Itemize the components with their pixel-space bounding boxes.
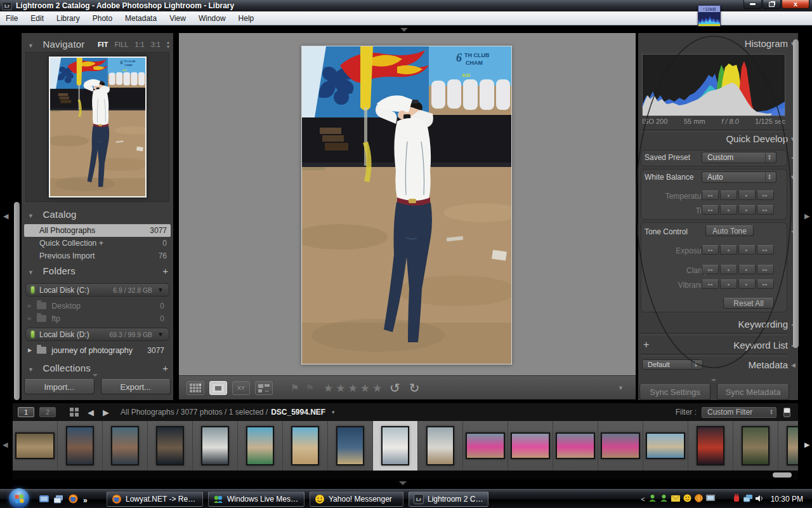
increase-large-button[interactable]: ▸▸	[757, 205, 774, 215]
keywording-title[interactable]: Keywording	[738, 319, 788, 330]
breadcrumb-menu-icon[interactable]: ▼	[331, 410, 336, 415]
rotate-right-icon[interactable]: ↻	[409, 380, 420, 396]
tray-volume-icon[interactable]	[756, 493, 764, 505]
tray-mail-icon[interactable]	[671, 493, 680, 505]
menu-help[interactable]: Help	[232, 11, 261, 25]
taskbar-task-lightroom[interactable]: Lr Lightroom 2 Catalo...	[409, 491, 488, 507]
decrease-large-button[interactable]: ◂◂	[702, 279, 719, 289]
flag-reject-icon[interactable]: ⚑	[305, 382, 313, 394]
increase-button[interactable]: ▸	[738, 205, 756, 215]
add-collection-button[interactable]: +	[162, 363, 168, 373]
navigator-header[interactable]: ▼ Navigator	[28, 39, 84, 50]
collapse-down-icon[interactable]: ▼	[157, 286, 164, 293]
tray-display-icon[interactable]	[706, 493, 715, 505]
zoom-stepper-icon[interactable]: ▴▾	[167, 40, 169, 49]
expand-right-icon[interactable]: ▶	[28, 303, 32, 309]
filmstrip-thumbnail[interactable]	[238, 421, 283, 471]
tray-network-icon[interactable]	[743, 493, 752, 505]
tray-buddy-icon[interactable]	[648, 493, 657, 505]
filmstrip-thumbnail[interactable]	[13, 421, 58, 471]
filmstrip-thumbnail[interactable]	[283, 421, 328, 471]
quick-develop-title[interactable]: Quick Develop	[726, 133, 788, 144]
catalog-item-all-photographs[interactable]: All Photographs 3077	[24, 224, 171, 237]
selected-filename[interactable]: DSC_5994.NEF	[271, 408, 325, 417]
more-toolbars-chevron[interactable]: »	[83, 496, 88, 505]
expand-right-icon[interactable]: ▶	[28, 347, 32, 353]
filmstrip-thumbnail[interactable]	[643, 421, 688, 471]
filmstrip-scroll-track[interactable]	[13, 471, 798, 479]
tray-buddy-icon[interactable]	[660, 493, 668, 505]
second-window-button[interactable]: 2	[39, 407, 56, 417]
white-balance-combo[interactable]: Auto ▲▼	[702, 171, 776, 183]
tray-globe-icon[interactable]	[695, 493, 703, 505]
collections-header[interactable]: ▼ Collections	[28, 363, 91, 373]
filmstrip-thumbnail[interactable]	[328, 421, 373, 471]
menu-file[interactable]: File	[0, 11, 24, 25]
keyword-list-title[interactable]: Keyword List	[733, 340, 788, 351]
decrease-large-button[interactable]: ◂◂	[702, 245, 719, 255]
net-meter-gadget[interactable]: ↑10kB	[698, 5, 721, 27]
filmstrip-thumbnail[interactable]	[553, 421, 598, 471]
zoom-fit[interactable]: FIT	[98, 41, 108, 48]
reset-all-button[interactable]: Reset All	[723, 298, 774, 309]
flag-pick-icon[interactable]: ⚑	[291, 382, 299, 394]
increase-button[interactable]: ▸	[738, 245, 756, 255]
taskbar-task-lowyat[interactable]: Lowyat.NET -> Repl...	[107, 491, 203, 507]
stepper-icon[interactable]: ▲▼	[765, 153, 773, 162]
start-button[interactable]	[9, 488, 29, 508]
folder-row-ftp[interactable]: ▶ ftp 0	[25, 312, 169, 324]
zoom-3-1[interactable]: 3:1	[151, 41, 160, 48]
menu-edit[interactable]: Edit	[24, 11, 50, 25]
filmstrip-thumbnail[interactable]	[373, 421, 418, 471]
saved-preset-combo[interactable]: Custom ▲▼	[702, 152, 776, 163]
filmstrip-scrollbar[interactable]	[773, 472, 792, 478]
catalog-header[interactable]: ▼ Catalog	[28, 209, 77, 220]
main-photo[interactable]	[301, 46, 512, 364]
grid-view-icon[interactable]	[187, 381, 204, 395]
decrease-button[interactable]: ◂	[720, 279, 737, 289]
loupe-view-icon[interactable]	[209, 381, 227, 395]
compare-view-icon[interactable]: XY	[232, 381, 250, 395]
collapse-left-icon[interactable]: ◀	[791, 362, 796, 368]
stepper-icon[interactable]: ▲▼	[769, 409, 773, 415]
filmstrip-thumbnail[interactable]	[463, 421, 508, 471]
add-folder-button[interactable]: +	[162, 265, 168, 276]
menu-view[interactable]: View	[163, 11, 192, 25]
menu-metadata[interactable]: Metadata	[119, 11, 163, 25]
bottom-panel-handle[interactable]	[399, 481, 407, 485]
tray-collapse-chevron[interactable]: <	[641, 495, 645, 503]
filmstrip-thumbnail[interactable]	[733, 421, 778, 471]
volume-local-disk-c[interactable]: Local Disk (C:) 6.9 / 32.8 GB ▼	[25, 283, 169, 297]
filmstrip-thumbnail[interactable]	[508, 421, 553, 471]
left-panel-scrollbar[interactable]	[14, 202, 20, 400]
metadata-preset-combo[interactable]: Default ▲▼	[642, 359, 703, 370]
close-button[interactable]: x	[782, 0, 809, 9]
increase-button[interactable]: ▸	[738, 279, 756, 289]
filmstrip-thumbnail[interactable]	[418, 421, 463, 471]
go-forward-icon[interactable]: ▶	[103, 408, 109, 417]
menu-photo[interactable]: Photo	[86, 11, 119, 25]
increase-large-button[interactable]: ▸▸	[757, 265, 774, 274]
decrease-button[interactable]: ◂	[720, 190, 737, 200]
switch-windows-icon[interactable]	[54, 495, 63, 506]
loupe-view[interactable]	[179, 33, 636, 375]
rotate-left-icon[interactable]: ↺	[390, 380, 400, 396]
sync-settings-button[interactable]: Sync Settings	[639, 384, 710, 400]
decrease-button[interactable]: ◂	[720, 205, 737, 215]
histogram-chart[interactable]	[642, 54, 785, 116]
decrease-large-button[interactable]: ◂◂	[702, 265, 719, 274]
taskbar-clock[interactable]: 10:30 PM	[771, 495, 803, 504]
star-rating[interactable]: ★★★★★	[324, 382, 384, 395]
auto-tone-button[interactable]: Auto Tone	[705, 225, 754, 236]
filmstrip-left-arrow[interactable]: ◀	[3, 441, 8, 449]
increase-large-button[interactable]: ▸▸	[757, 190, 774, 200]
toolbar-options-icon[interactable]: ▼	[618, 385, 624, 391]
decrease-button[interactable]: ◂	[720, 245, 737, 255]
taskbar-task-windows-live[interactable]: Windows Live Mess...	[208, 491, 304, 507]
panel-end-mark[interactable]	[711, 379, 716, 382]
increase-large-button[interactable]: ▸▸	[757, 245, 774, 255]
filmstrip-thumbnail[interactable]	[688, 421, 733, 471]
menu-window[interactable]: Window	[192, 11, 232, 25]
increase-large-button[interactable]: ▸▸	[757, 279, 774, 289]
catalog-item-quick-collection[interactable]: Quick Collection + 0	[24, 237, 171, 250]
